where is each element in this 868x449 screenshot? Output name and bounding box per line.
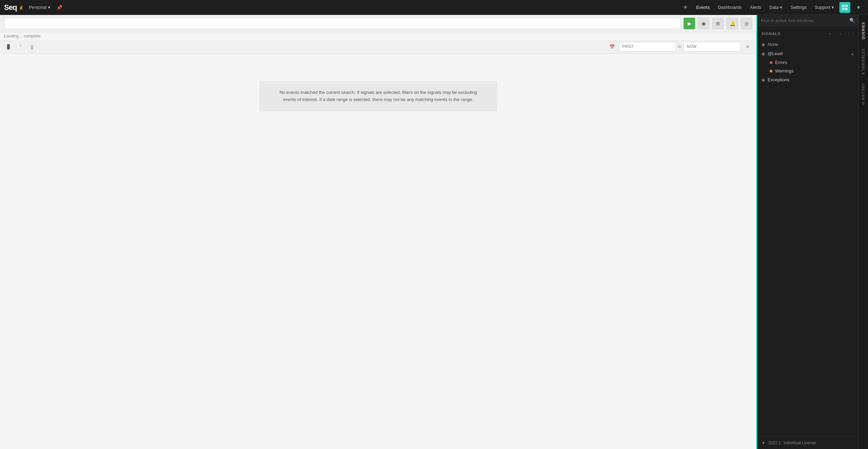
signals-list: ◉ None ◉ @Level ▲ Errors Warnings ◉ [757, 40, 858, 84]
nav-settings-label: Settings [790, 5, 806, 10]
signals-label: SIGNALS [761, 32, 823, 36]
date-separator: to [678, 44, 682, 49]
nav-support-dropdown-icon: ▾ [832, 5, 834, 10]
panel-body [757, 84, 858, 436]
json-icon: {} [31, 44, 34, 49]
svg-rect-6 [845, 8, 848, 10]
workspace-dropdown-icon: ▾ [48, 5, 50, 10]
signals-grid-icon[interactable]: ⋮⋮ [848, 31, 854, 36]
sidebar-tab-history[interactable]: ⟳ HISTORY [859, 79, 867, 109]
calendar-button[interactable]: 📅 [607, 42, 617, 51]
nav-dashboards[interactable]: Dashboards [715, 3, 744, 11]
workspace-label: Personal [29, 5, 46, 10]
date-clear-button[interactable]: ✕ [743, 42, 752, 51]
find-input[interactable] [761, 18, 847, 23]
status-bar: Loading… complete. [0, 32, 756, 40]
sub-signal-errors[interactable]: Errors [757, 58, 858, 67]
errors-label: Errors [775, 60, 787, 65]
warnings-label: Warnings [775, 68, 793, 73]
signals-add-icon: + [829, 31, 831, 36]
signal-item-level[interactable]: ◉ @Level ▲ [757, 49, 858, 58]
app-logo[interactable]: Seq [4, 3, 24, 12]
nav-data-dropdown-icon: ▾ [780, 5, 782, 10]
find-bar: 🔍 [757, 15, 858, 26]
signal-icon-level: ◉ [761, 51, 765, 56]
svg-rect-3 [842, 5, 845, 7]
signals-add-button[interactable]: + [826, 30, 834, 38]
nav-settings[interactable]: Settings [788, 3, 809, 11]
nav-events[interactable]: Events [693, 3, 713, 11]
avatar-dropdown[interactable]: ▾ [853, 2, 864, 13]
bar-chart-button[interactable]: ▊ [4, 42, 14, 51]
empty-message-text: No events matched the current search. If… [279, 90, 477, 102]
alert-button[interactable]: 🔔 [726, 18, 738, 29]
search-input[interactable] [4, 18, 681, 29]
nav-alerts[interactable]: Alerts [747, 3, 764, 11]
status-text: Loading… complete. [4, 34, 42, 38]
right-panel: 🔍 SIGNALS + › ⋮⋮ ◉ None ◉ @Level ▲ [756, 15, 858, 449]
broadcast-icon: ◎ [744, 21, 749, 26]
avatar-icon [841, 4, 849, 11]
workspace-selector[interactable]: Personal ▾ [27, 3, 52, 11]
footer-star-icon: ✦ [761, 440, 766, 446]
date-range-group: 📅 to ✕ [607, 42, 752, 51]
panel-footer: ✦ 2022.1 Individual License [757, 436, 858, 449]
footer-license: Individual License [784, 440, 816, 445]
broadcast-button[interactable]: ◎ [741, 18, 752, 29]
find-search-icon: 🔍 [849, 18, 855, 23]
sidebar-tab-queries[interactable]: QUERIES [859, 18, 867, 44]
run-icon: ▶ [688, 21, 691, 26]
signal-name-none: None [768, 42, 854, 47]
nav-dashboards-label: Dashboards [718, 5, 742, 10]
pin-icon[interactable]: 📌 [56, 5, 62, 10]
grid-icon: ⊞ [716, 21, 720, 26]
right-sidebar: QUERIES $ VARIABLES ⟳ HISTORY [858, 15, 868, 449]
date-to-input[interactable] [684, 42, 741, 51]
nav-data-label: Data [769, 5, 779, 10]
signal-name-exceptions: Exceptions [768, 77, 854, 82]
date-from-input[interactable] [619, 42, 676, 51]
clear-icon: ✕ [746, 44, 750, 49]
run-button[interactable]: ▶ [684, 18, 695, 29]
logo-flame-icon [18, 4, 24, 11]
signals-expand-button[interactable]: › [837, 30, 845, 38]
signal-collapse-icon[interactable]: ▲ [850, 51, 854, 56]
content-area: ▶ ◉ ⊞ 🔔 ◎ Loading… complete. ▊ [0, 15, 756, 449]
quote-button[interactable]: " [16, 42, 25, 51]
signal-toggle-button[interactable]: ◉ [698, 18, 709, 29]
footer-version: 2022.1 [768, 440, 781, 445]
sun-icon: ☀ [683, 4, 688, 11]
empty-area: No events matched the current search. If… [0, 54, 756, 449]
avatar[interactable] [839, 2, 850, 13]
warnings-dot [770, 70, 772, 72]
nav-events-label: Events [696, 5, 710, 10]
sun-icon-btn[interactable]: ☀ [680, 2, 691, 13]
signal-name-level: @Level [768, 51, 848, 56]
bar-chart-icon: ▊ [7, 44, 11, 49]
toolbar-row: ▊ " {} 📅 to ✕ [0, 40, 756, 54]
signal-item-exceptions[interactable]: ◉ Exceptions [757, 75, 858, 84]
quote-icon: " [20, 44, 21, 49]
signals-header: SIGNALS + › ⋮⋮ [757, 26, 858, 40]
nav-data[interactable]: Data ▾ [767, 3, 785, 11]
nav-support[interactable]: Support ▾ [812, 3, 837, 11]
grid-button[interactable]: ⊞ [712, 18, 724, 29]
nav-support-label: Support [815, 5, 830, 10]
svg-rect-4 [845, 5, 848, 7]
json-button[interactable]: {} [27, 42, 37, 51]
svg-rect-5 [842, 8, 845, 10]
main-layout: ▶ ◉ ⊞ 🔔 ◎ Loading… complete. ▊ [0, 15, 868, 449]
topnav: Seq Personal ▾ 📌 ☀ Events Dashboards Ale… [0, 0, 868, 15]
signal-item-none[interactable]: ◉ None [757, 40, 858, 49]
signal-icon-exceptions: ◉ [761, 78, 765, 82]
calendar-icon: 📅 [609, 44, 615, 49]
sidebar-tab-variables[interactable]: $ VARIABLES [859, 44, 867, 78]
bell-icon: 🔔 [730, 21, 735, 26]
signal-icon-none: ◉ [761, 42, 765, 47]
search-bar: ▶ ◉ ⊞ 🔔 ◎ [0, 15, 756, 32]
nav-alerts-label: Alerts [750, 5, 761, 10]
logo-text: Seq [4, 3, 17, 12]
signal-icon: ◉ [702, 21, 706, 26]
sub-signal-warnings[interactable]: Warnings [757, 67, 858, 75]
errors-dot [770, 61, 772, 64]
